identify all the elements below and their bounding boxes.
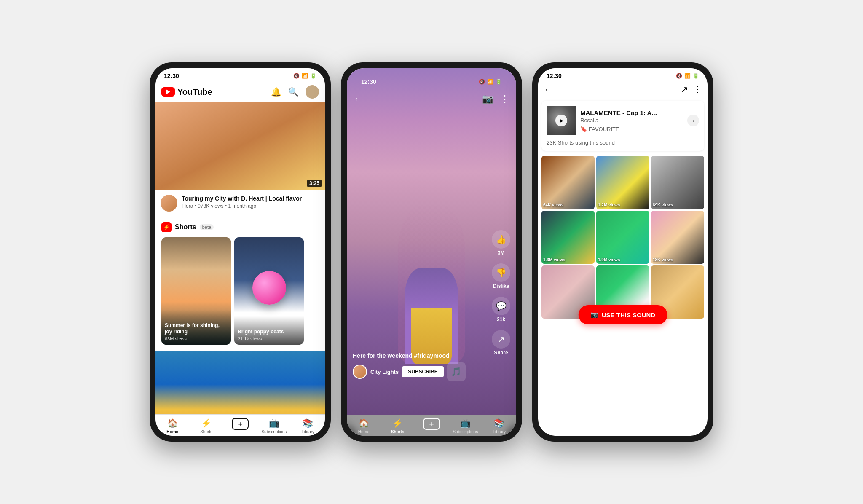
play-overlay[interactable]: ▶ bbox=[555, 115, 567, 126]
sound-top-right: ↗ ⋮ bbox=[681, 84, 702, 94]
short-card-1-overlay: Summer is for shining, joy riding 63M vi… bbox=[161, 310, 231, 345]
home-icon: 🏠 bbox=[167, 418, 178, 428]
grid-thumb-2[interactable]: 1.2M views bbox=[596, 156, 649, 209]
signal-icon: 🔇 bbox=[293, 73, 300, 79]
create-btn-2[interactable]: ＋ bbox=[423, 418, 440, 430]
comment-count: 21k bbox=[497, 316, 505, 322]
use-sound-container: 📷 USE THIS SOUND bbox=[538, 320, 708, 358]
share-action[interactable]: ↗ Share bbox=[492, 330, 510, 356]
subs-icon-2: 📺 bbox=[460, 418, 471, 428]
sound-thumbnail[interactable]: ▶ bbox=[547, 106, 576, 135]
more-icon-3[interactable]: ⋮ bbox=[693, 84, 702, 94]
status-time-3: 12:30 bbox=[547, 72, 562, 79]
nav-library[interactable]: 📚 Library bbox=[291, 418, 325, 434]
featured-video-thumb[interactable]: 3:25 bbox=[155, 102, 325, 190]
channel-mini-avatar bbox=[353, 365, 367, 379]
grid-thumb-3-bg bbox=[651, 156, 704, 209]
signal-icon-2: 🔇 bbox=[479, 79, 485, 85]
grid-thumb-5[interactable]: 1.9M views bbox=[596, 211, 649, 264]
search-icon[interactable]: 🔍 bbox=[288, 87, 299, 97]
dislike-action[interactable]: 👎 Dislike bbox=[492, 263, 510, 289]
phone3-scroll: 64K views 1.2M views 89K views 1.6M view… bbox=[538, 154, 708, 436]
short-card-2[interactable]: ⋮ Bright poppy beats 21.1k views bbox=[234, 237, 304, 345]
youtube-logo-text: YouTube bbox=[177, 87, 212, 97]
grid-thumb-3[interactable]: 89K views bbox=[651, 156, 704, 209]
status-icons-2: 🔇 📶 🔋 bbox=[479, 79, 502, 85]
comment-action[interactable]: 💬 21k bbox=[492, 297, 510, 322]
share-icon-3[interactable]: ↗ bbox=[681, 84, 688, 94]
camera-icon[interactable]: 📷 bbox=[482, 94, 493, 105]
grid-thumb-1[interactable]: 64K views bbox=[541, 156, 595, 209]
short-card-2-views: 21.1k views bbox=[238, 336, 300, 341]
short-card-more-btn[interactable]: ⋮ bbox=[294, 241, 300, 249]
use-this-sound-button[interactable]: 📷 USE THIS SOUND bbox=[579, 305, 667, 324]
short-card-1-views: 63M views bbox=[165, 336, 228, 341]
nav-subs-label-2: Subscriptions bbox=[453, 429, 478, 434]
sound-grid: 64K views 1.2M views 89K views 1.6M view… bbox=[538, 154, 708, 320]
battery-icon-3: 🔋 bbox=[693, 73, 699, 79]
nav-library-label: Library bbox=[302, 429, 315, 434]
sound-favourite-btn[interactable]: 🔖 FAVOURITE bbox=[580, 126, 683, 132]
channel-avatar[interactable] bbox=[161, 195, 177, 212]
grid-thumb-4[interactable]: 1.6M views bbox=[541, 211, 595, 264]
nav-shorts-2[interactable]: ⚡ Shorts bbox=[381, 418, 414, 434]
nav-library-label-2: Library bbox=[493, 429, 506, 434]
more-icon-2[interactable]: ⋮ bbox=[500, 94, 509, 105]
nav-create-2[interactable]: ＋ bbox=[415, 418, 448, 434]
nav-home[interactable]: 🏠 Home bbox=[155, 418, 189, 434]
shorts-nav-icon-2: ⚡ bbox=[392, 418, 403, 428]
wifi-icon-2: 📶 bbox=[487, 79, 493, 85]
sound-title: MALAMENTE - Cap 1: A... bbox=[580, 109, 683, 116]
back-icon-3[interactable]: ← bbox=[544, 85, 552, 94]
nav-create[interactable]: ＋ bbox=[223, 418, 257, 434]
grid-thumb-4-label: 1.6M views bbox=[543, 257, 565, 262]
like-action[interactable]: 👍 3M bbox=[492, 230, 510, 256]
shorts-channel-row: City Lights SUBSCRIBE 🎵 bbox=[353, 362, 482, 381]
like-count: 3M bbox=[498, 250, 505, 256]
nav-library-2[interactable]: 📚 Library bbox=[482, 418, 516, 434]
grid-thumb-6-label: 18K views bbox=[653, 257, 673, 262]
back-icon[interactable]: ← bbox=[354, 94, 363, 105]
video-subtitle: Flora • 978K views • 1 month ago bbox=[182, 203, 308, 209]
like-icon: 👍 bbox=[492, 230, 510, 249]
sound-card-inner: ▶ MALAMENTE - Cap 1: A... Rosalia 🔖 FAVO… bbox=[547, 106, 699, 135]
nav-home-2[interactable]: 🏠 Home bbox=[347, 418, 381, 434]
channel-name-text: City Lights bbox=[370, 369, 399, 375]
chevron-right-icon[interactable]: › bbox=[687, 115, 699, 126]
yt-header-icons: 🔔 🔍 bbox=[271, 85, 319, 99]
create-btn[interactable]: ＋ bbox=[232, 418, 249, 430]
sound-count: 23K Shorts using this sound bbox=[547, 139, 699, 146]
nav-subscriptions[interactable]: 📺 Subscriptions bbox=[257, 418, 291, 434]
nav-home-label-2: Home bbox=[358, 429, 370, 434]
video-title[interactable]: Touring my City with D. Heart | Local fl… bbox=[182, 195, 308, 202]
user-avatar[interactable] bbox=[306, 85, 319, 99]
grid-thumb-5-bg bbox=[596, 211, 649, 264]
status-icons-3: 🔇 📶 🔋 bbox=[676, 73, 699, 79]
notification-icon[interactable]: 🔔 bbox=[271, 87, 281, 97]
status-time-2: 12:30 bbox=[361, 78, 376, 85]
second-video-thumb[interactable] bbox=[155, 351, 325, 414]
camera-use-icon: 📷 bbox=[590, 311, 598, 319]
subscribe-button[interactable]: SUBSCRIBE bbox=[402, 366, 444, 377]
short-card-1[interactable]: Summer is for shining, joy riding 63M vi… bbox=[161, 237, 231, 345]
music-button[interactable]: 🎵 bbox=[447, 362, 466, 381]
bottom-nav-1: 🏠 Home ⚡ Shorts ＋ 📺 Subscriptions 📚 Libr… bbox=[155, 414, 325, 436]
phone1-scroll-content: 3:25 Touring my City with D. Heart | Loc… bbox=[155, 102, 325, 414]
video-info-row: Touring my City with D. Heart | Local fl… bbox=[155, 190, 325, 216]
signal-icon-3: 🔇 bbox=[676, 73, 682, 79]
shorts-label: Shorts bbox=[175, 223, 196, 231]
bookmark-icon: 🔖 bbox=[580, 126, 587, 132]
phone-3: 12:30 🔇 📶 🔋 ← ↗ ⋮ ▶ bbox=[532, 62, 713, 442]
youtube-logo-icon bbox=[161, 87, 175, 97]
phone-1: 12:30 🔇 📶 🔋 YouTube 🔔 🔍 bbox=[150, 62, 331, 442]
sound-info: MALAMENTE - Cap 1: A... Rosalia 🔖 FAVOUR… bbox=[580, 109, 683, 132]
share-icon: ↗ bbox=[492, 330, 510, 349]
shorts-top-bar: ← 📷 ⋮ bbox=[347, 90, 516, 108]
shorts-player[interactable]: 👍 3M 👎 Dislike 💬 21k ↗ Share bbox=[347, 68, 516, 415]
nav-shorts-label: Shorts bbox=[200, 429, 212, 434]
nav-shorts[interactable]: ⚡ Shorts bbox=[189, 418, 223, 434]
video-more-btn[interactable]: ⋮ bbox=[312, 195, 320, 204]
nav-subs-2[interactable]: 📺 Subscriptions bbox=[448, 418, 482, 434]
phone-2: 12:30 🔇 📶 🔋 ← 📷 ⋮ bbox=[341, 62, 522, 442]
grid-thumb-6[interactable]: 18K views bbox=[651, 211, 704, 264]
